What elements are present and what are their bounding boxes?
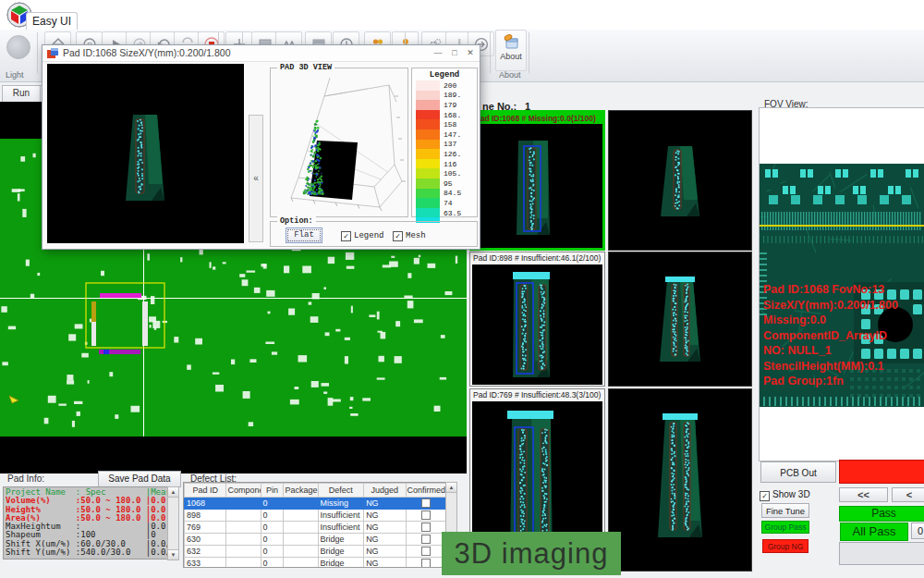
pad-info-label: Pad Info: bbox=[7, 473, 44, 484]
pad-detail-popup: Pad ID:1068 SizeX/Y(mm):0.200/1.800 — □ … bbox=[42, 44, 480, 250]
light-button[interactable] bbox=[6, 35, 30, 59]
flat-button[interactable]: Flat bbox=[286, 228, 322, 243]
defect-column-header[interactable]: Pad ID bbox=[185, 484, 226, 498]
confirmed-checkbox[interactable] bbox=[421, 510, 431, 520]
confirmed-checkbox[interactable] bbox=[421, 535, 431, 544]
fov-overlay-line: StencilHeight(MM):0.1 bbox=[763, 359, 884, 375]
about-button[interactable]: About bbox=[495, 30, 527, 71]
group-pass-button[interactable]: Group Pass bbox=[761, 521, 809, 534]
pad-tile-header: Pad ID:769 # Insufficient:48.3(3/100) bbox=[470, 389, 604, 400]
popup-pad-image[interactable] bbox=[47, 64, 244, 243]
tab-run[interactable]: Run bbox=[2, 85, 41, 103]
pad-3d-view-label: PAD 3D VIEW bbox=[277, 63, 334, 72]
pad-3d-plot[interactable] bbox=[271, 68, 406, 215]
pad-tile[interactable] bbox=[608, 388, 752, 572]
mesh-checkbox-label: Mesh bbox=[406, 231, 426, 240]
about-group-label: About bbox=[499, 70, 521, 80]
pad-info-table: Project Name : Spec |MeasurementResVolum… bbox=[3, 486, 171, 560]
defect-column-header[interactable]: Confirmed bbox=[406, 484, 445, 498]
table-row[interactable]: 8980InsufficientNG bbox=[185, 510, 446, 522]
close-icon[interactable]: ✕ bbox=[464, 47, 477, 58]
about-button-label: About bbox=[496, 52, 526, 61]
pcb-out-button[interactable]: PCB Out bbox=[760, 461, 836, 483]
defect-column-header[interactable]: Defect bbox=[318, 484, 364, 498]
confirmed-checkbox[interactable] bbox=[421, 559, 431, 568]
fov-overlay-line: SizeX/Y(mm):0.200/1.800 bbox=[763, 298, 898, 314]
legend-entry: 189. bbox=[416, 91, 477, 101]
pad-info-scrollbar[interactable]: ▲ ▼ bbox=[167, 486, 179, 560]
popup-window-icon bbox=[47, 48, 58, 59]
popup-title-bar[interactable]: Pad ID:1068 SizeX/Y(mm):0.200/1.800 — □ … bbox=[43, 45, 480, 62]
pass-button[interactable]: Pass bbox=[839, 506, 924, 522]
pad-tile[interactable]: Pad ID:898 # Insufficient:46.1(2/100) bbox=[469, 252, 605, 387]
title-bar bbox=[0, 0, 924, 31]
defect-column-header[interactable]: Pin bbox=[261, 484, 284, 498]
legend-entry: 74 bbox=[416, 198, 477, 208]
fov-overlay-line: ComponentID_ArrayID bbox=[763, 328, 887, 344]
option-label: Option: bbox=[277, 216, 316, 226]
table-row[interactable]: 7690InsufficientNG bbox=[185, 522, 446, 534]
fov-overlay-line: Pad ID:1068 FovNo:13 bbox=[763, 282, 884, 298]
table-row[interactable]: 6320BridgeNG bbox=[185, 546, 446, 558]
table-row[interactable]: 6300BridgeNG bbox=[185, 534, 446, 546]
fov-pcb-image[interactable]: Pad ID:1068 FovNo:13SizeX/Y(mm):0.200/1.… bbox=[760, 164, 924, 407]
fov-overlay-line: NO: NULL_1 bbox=[763, 343, 832, 359]
legend-entry: 126. bbox=[416, 149, 477, 159]
legend-entry: 116 bbox=[416, 159, 477, 169]
legend-entry: 84.5 bbox=[416, 189, 477, 199]
tab-easy-ui[interactable]: Easy UI bbox=[26, 12, 78, 31]
legend-entry: 179 bbox=[416, 100, 477, 110]
fine-tune-button[interactable]: Fine Tune bbox=[761, 503, 809, 518]
watermark-3d-imaging: 3D imaging bbox=[442, 532, 621, 575]
legend-entry: 95 bbox=[416, 178, 477, 189]
easy-ui-window: Easy UI Light P About About Run Defe Pad… bbox=[0, 0, 924, 578]
defect-column-header[interactable]: Package bbox=[284, 484, 318, 498]
minimize-icon[interactable]: — bbox=[432, 47, 444, 58]
legend-entry: 147. bbox=[416, 129, 477, 140]
legend-box: Legend 200189.179168.158147.137126.11610… bbox=[411, 68, 478, 217]
legend-entry: 200 bbox=[416, 80, 477, 91]
defect-column-header[interactable]: Judged bbox=[364, 484, 406, 498]
legend-checkbox-label: Legend bbox=[354, 231, 383, 240]
show-3d-checkbox[interactable]: ✓ Show 3D bbox=[760, 488, 810, 501]
pad-tile[interactable] bbox=[608, 110, 752, 251]
save-pad-data-button[interactable]: Save Pad Data bbox=[98, 471, 181, 487]
checkbox-checked-icon: ✓ bbox=[760, 491, 770, 501]
legend-checkbox[interactable]: ✓ Legend bbox=[341, 228, 383, 241]
pad-info-row: Shift Y(um/%) :540.0/30.0 |0.0/0.0 bbox=[6, 548, 170, 557]
legend-entry: 168. bbox=[416, 110, 477, 120]
fov-overlay-line: Pad Group:1fn bbox=[763, 374, 844, 389]
table-row[interactable]: 10680MissingNG bbox=[185, 498, 446, 510]
table-row[interactable]: 6330BridgeNG bbox=[185, 558, 446, 569]
about-icon bbox=[503, 33, 519, 50]
fov-overlay-line: Missing:0.0 bbox=[763, 313, 826, 328]
option-box: Option: Flat ✓ Legend ✓ Mesh bbox=[270, 221, 478, 247]
group-ng-button[interactable]: Group NG bbox=[762, 539, 808, 553]
ng-indicator-button[interactable] bbox=[839, 460, 924, 484]
all-pass-button[interactable]: All Pass bbox=[840, 523, 908, 541]
defect-column-header[interactable]: Componen bbox=[226, 484, 261, 498]
legend-title: Legend bbox=[412, 70, 477, 80]
pad-tile-header: Pad ID:898 # Insufficient:46.1(2/100) bbox=[470, 252, 604, 264]
maximize-icon[interactable]: □ bbox=[448, 47, 461, 58]
prev-all-button[interactable]: << bbox=[839, 487, 888, 502]
empty-panel-button[interactable] bbox=[839, 542, 924, 565]
popup-title: Pad ID:1068 SizeX/Y(mm):0.200/1.800 bbox=[63, 47, 231, 58]
pad-tile[interactable] bbox=[608, 252, 752, 387]
mesh-checkbox[interactable]: ✓ Mesh bbox=[393, 228, 426, 241]
pad-tile[interactable]: Pad ID:1068 # Missing:0.0(1/100) bbox=[469, 110, 605, 251]
pad-tile-header: Pad ID:1068 # Missing:0.0(1/100) bbox=[472, 113, 602, 124]
prev-button[interactable]: < bbox=[892, 487, 924, 502]
collapse-panel-button[interactable]: « bbox=[249, 115, 263, 242]
confirmed-checkbox[interactable] bbox=[421, 547, 431, 556]
pad-3d-view-box: PAD 3D VIEW bbox=[270, 68, 408, 217]
legend-entry: 105. bbox=[416, 168, 477, 178]
partial-button[interactable]: 0 bbox=[911, 523, 924, 539]
defect-table: Pad IDComponenPinPackageDefectJudgedConf… bbox=[183, 482, 447, 568]
legend-entry: 158 bbox=[416, 119, 477, 129]
light-group-label: Light bbox=[6, 70, 24, 80]
confirmed-checkbox[interactable] bbox=[421, 498, 431, 508]
legend-entry: 137 bbox=[416, 140, 477, 150]
show-3d-label: Show 3D bbox=[772, 489, 810, 499]
confirmed-checkbox[interactable] bbox=[421, 523, 431, 532]
